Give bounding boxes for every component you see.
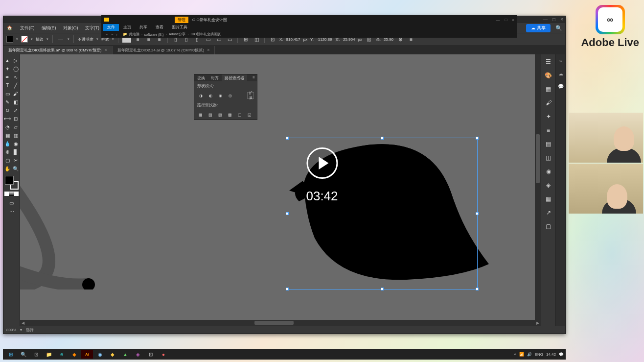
fill-dropdown[interactable] xyxy=(16,37,18,41)
horizontal-scrollbar[interactable]: ◀▶ xyxy=(20,320,541,326)
slice-tool-icon[interactable]: ✂ xyxy=(12,156,20,165)
curvature-tool-icon[interactable]: ∿ xyxy=(12,73,20,81)
gradient-tool-icon[interactable]: ▥ xyxy=(12,131,20,140)
rotate-tool-icon[interactable]: ↻ xyxy=(3,106,12,115)
handle-bot-left[interactable] xyxy=(286,288,289,290)
opacity-dropdown[interactable] xyxy=(96,37,98,41)
document-tab-1[interactable]: 新年限定礼盒OIO最终效果.ai* @ 800 % (CMYK/预览)× xyxy=(3,46,113,54)
tray-network-icon[interactable]: 📶 xyxy=(519,352,524,357)
app3-taskbar-icon[interactable]: ◆ xyxy=(107,350,118,359)
handle-bot-mid[interactable] xyxy=(381,288,384,290)
artboard-tool-icon[interactable]: ▢ xyxy=(3,156,12,165)
explorer-tab-view[interactable]: 查看 xyxy=(152,24,167,31)
panel-tab-transform[interactable]: 变换 xyxy=(194,74,208,81)
handle-top-left[interactable] xyxy=(286,137,289,140)
direct-selection-tool-icon[interactable]: ▷ xyxy=(12,56,20,65)
pen-tool-icon[interactable]: ✒ xyxy=(3,73,12,81)
stroke-weight-dropdown[interactable] xyxy=(46,37,48,41)
paintbrush-tool-icon[interactable]: 🖌 xyxy=(12,90,20,98)
selection-tool-icon[interactable]: ▲ xyxy=(3,56,12,65)
tray-up-icon[interactable]: ^ xyxy=(514,352,516,357)
mesh-tool-icon[interactable]: ▦ xyxy=(3,131,12,140)
zoom-level[interactable]: 800% xyxy=(6,328,16,332)
close-tab-icon[interactable]: × xyxy=(207,48,209,52)
graph-tool-icon[interactable]: ▊ xyxy=(12,148,20,156)
handle-mid-right[interactable] xyxy=(476,212,479,215)
panel-tab-pathfinder[interactable]: 路径查找器 xyxy=(222,74,247,81)
fill-swatch[interactable] xyxy=(6,36,13,43)
home-icon[interactable]: 🏠 xyxy=(6,25,12,31)
search-taskbar-icon[interactable]: 🔍 xyxy=(18,350,29,359)
unite-icon[interactable]: ◑ xyxy=(197,92,204,99)
menu-edit[interactable]: 编辑(E) xyxy=(39,24,59,32)
blend-tool-icon[interactable]: ◉ xyxy=(12,140,20,148)
tray-lang[interactable]: ENG xyxy=(535,352,543,357)
shape-builder-tool-icon[interactable]: ◔ xyxy=(3,123,12,131)
symbol-sprayer-tool-icon[interactable]: ❋ xyxy=(3,148,12,156)
free-transform-tool-icon[interactable]: ⊡ xyxy=(12,115,20,123)
tray-time[interactable]: 14:42 xyxy=(546,352,556,357)
color-well[interactable] xyxy=(5,176,19,190)
merge-icon[interactable]: ▨ xyxy=(217,111,224,118)
handle-bot-right[interactable] xyxy=(476,288,479,290)
explorer-taskbar-icon[interactable]: 📁 xyxy=(43,350,55,359)
libraries-panel-icon[interactable]: ☁ xyxy=(557,70,564,77)
zoom-tool-icon[interactable]: 🔍 xyxy=(12,165,20,173)
start-button[interactable]: ⊞ xyxy=(5,350,17,359)
magic-wand-tool-icon[interactable]: ✦ xyxy=(3,65,12,73)
menu-object[interactable]: 对象(O) xyxy=(60,24,81,32)
exclude-icon[interactable]: ◎ xyxy=(227,92,233,99)
task-view-icon[interactable]: ⊡ xyxy=(30,350,42,359)
stroke-panel-icon[interactable]: ≡ xyxy=(544,126,553,135)
app2-taskbar-icon[interactable]: ◉ xyxy=(94,350,106,359)
video-play-overlay[interactable]: 03:42 xyxy=(306,147,338,204)
app5-taskbar-icon[interactable]: ◈ xyxy=(132,350,144,359)
stroke-swatch[interactable] xyxy=(21,36,28,43)
tray-volume-icon[interactable]: 🔊 xyxy=(527,352,532,357)
eyedropper-tool-icon[interactable]: 💧 xyxy=(3,140,12,148)
window-min-icon[interactable]: — xyxy=(543,17,548,22)
vertical-scrollbar[interactable] xyxy=(535,54,541,320)
comments-panel-icon[interactable]: 💬 xyxy=(557,83,564,90)
gradient-mode-icon[interactable] xyxy=(9,192,14,196)
trim-icon[interactable]: ▧ xyxy=(207,111,214,118)
edge-taskbar-icon[interactable]: e xyxy=(56,350,68,359)
handle-top-right[interactable] xyxy=(476,137,479,140)
app7-taskbar-icon[interactable]: ● xyxy=(158,350,169,359)
outline-icon[interactable]: ▢ xyxy=(236,111,243,118)
document-tab-2[interactable]: 新年限定礼盒OIO2.24.ai @ 19.07 % (CMYK/预览)× xyxy=(113,46,215,54)
shaper-tool-icon[interactable]: ✎ xyxy=(3,98,12,106)
fill-color-icon[interactable] xyxy=(5,176,14,185)
search-icon[interactable]: 🔍 xyxy=(555,25,562,31)
type-tool-icon[interactable]: T xyxy=(3,81,12,90)
windows-taskbar[interactable]: ⊞ 🔍 ⊡ 📁 e ◆ Ai ◉ ◆ ▲ ◈ ⊡ ● ^ 📶 🔊 ENG 14:… xyxy=(3,349,566,360)
brushes-panel-icon[interactable]: 🖌 xyxy=(544,98,553,107)
color-mode-icon[interactable] xyxy=(4,192,9,196)
divide-icon[interactable]: ▦ xyxy=(197,111,204,118)
none-mode-icon[interactable] xyxy=(14,192,19,196)
scrollbar-thumb[interactable] xyxy=(536,134,540,183)
scrollbar-thumb[interactable] xyxy=(254,321,294,325)
rectangle-tool-icon[interactable]: ▭ xyxy=(3,90,12,98)
handle-top-mid[interactable] xyxy=(381,137,384,140)
hand-tool-icon[interactable]: ✋ xyxy=(3,165,12,173)
explorer-tab-picture[interactable]: 图片工具 xyxy=(168,24,191,31)
crop-icon[interactable]: ▩ xyxy=(227,111,233,118)
width-tool-icon[interactable]: ⟷ xyxy=(3,115,12,123)
panel-tab-align[interactable]: 对齐 xyxy=(208,74,222,81)
properties-panel-icon[interactable]: ☰ xyxy=(544,57,553,66)
lasso-tool-icon[interactable]: ◯ xyxy=(12,65,20,73)
menu-type[interactable]: 文字(T) xyxy=(82,24,103,32)
collapse-dock-icon[interactable]: » xyxy=(557,57,564,64)
brush-dropdown[interactable] xyxy=(68,37,69,41)
explorer-tab-file[interactable]: 文件 xyxy=(103,24,119,31)
gradient-panel-icon[interactable]: ▤ xyxy=(544,140,553,148)
stroke-dropdown[interactable] xyxy=(31,37,33,41)
brush-def-icon[interactable]: — xyxy=(57,35,65,43)
menu-file[interactable]: 文件(F) xyxy=(17,24,38,32)
explorer-max-icon[interactable]: □ xyxy=(505,18,507,22)
perspective-tool-icon[interactable]: ▱ xyxy=(12,123,20,131)
explorer-address-bar[interactable]: ←→↑ 📁 此电脑› software (E:)› Adobe分享› OIO新年… xyxy=(101,31,517,38)
explorer-min-icon[interactable]: — xyxy=(496,18,500,22)
asset-export-panel-icon[interactable]: ↗ xyxy=(544,208,553,217)
